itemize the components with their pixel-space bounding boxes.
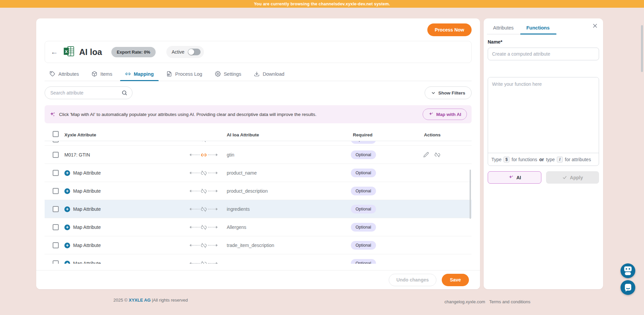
row-checkbox[interactable]: [53, 242, 59, 248]
xyxle-attribute-label: Map Attribute: [73, 243, 101, 248]
map-attribute-plus-icon: +: [64, 243, 70, 248]
tab-process-log[interactable]: Process Log: [161, 67, 207, 81]
mapping-connector: [190, 188, 218, 194]
row-checkbox[interactable]: [53, 260, 59, 264]
table-row[interactable]: + Map Attribute Allergens Optiona: [45, 218, 472, 236]
table-row[interactable]: + Map Attribute ingredients Optio: [45, 200, 472, 218]
select-all-checkbox[interactable]: [53, 131, 59, 137]
target-attribute-label: trade_item_description: [227, 243, 349, 248]
channel-title-bar: ← x AI loa Export Rate: 0% Active: [45, 41, 472, 63]
row-checkbox[interactable]: [53, 141, 59, 142]
xyxle-attribute-label: M017: GTIN: [64, 152, 90, 158]
mapping-connector: [190, 141, 218, 143]
column-header-xyxle-attribute: Xyxle Attribute: [64, 132, 190, 137]
panel-tab-functions[interactable]: Functions: [520, 22, 556, 34]
system-environment-banner: You are currently browsing the channelsd…: [0, 0, 644, 8]
required-badge: Optional: [351, 223, 376, 232]
table-row[interactable]: + M017: GTIN gtin Optional: [45, 146, 472, 164]
window-scrollbar-thumb[interactable]: [641, 25, 643, 72]
active-toggle[interactable]: [188, 49, 201, 55]
linked-chain-icon: [201, 152, 207, 158]
active-label: Active: [172, 49, 184, 55]
box-icon: [92, 71, 97, 77]
table-footer-bar: Undo changes Save: [36, 270, 480, 289]
download-icon: [254, 71, 260, 77]
close-icon[interactable]: [592, 23, 598, 30]
channel-tabs: Attributes Items Mapping Process Log Set…: [45, 67, 472, 81]
name-field-label: Name*: [488, 39, 599, 45]
slash-key-icon: /: [557, 156, 563, 163]
brand-link[interactable]: XYXLE AG: [129, 298, 151, 303]
table-row[interactable]: + Map Attribute trade_item_description: [45, 236, 472, 254]
table-scrollbar-thumb[interactable]: [470, 170, 471, 219]
required-badge: Optional: [351, 241, 376, 250]
row-checkbox[interactable]: [53, 188, 59, 194]
connector-right-arrow-icon: [216, 172, 218, 174]
search-icon[interactable]: [121, 90, 127, 96]
edit-pencil-icon[interactable]: [423, 152, 429, 158]
required-badge: Optional: [351, 141, 376, 144]
sparkle-icon: [428, 112, 434, 117]
broken-link-icon: [201, 242, 207, 249]
connector-right-arrow-icon: [216, 262, 218, 264]
tab-items[interactable]: Items: [87, 67, 117, 81]
map-with-ai-button[interactable]: Map with AI: [423, 109, 467, 120]
table-row[interactable]: + Map Attribute product_name Opti: [45, 164, 472, 182]
function-editor-box: Type $ for functions or type / for attri…: [488, 77, 599, 166]
xyxle-attribute-label: Map Attribute: [73, 225, 101, 230]
chat-bubble-icon: [621, 280, 635, 295]
dollar-key-icon: $: [503, 156, 509, 163]
broken-link-icon: [201, 206, 207, 212]
tab-mapping[interactable]: Mapping: [120, 67, 159, 81]
chat-support-button[interactable]: [621, 280, 635, 295]
column-header-ailoa-attribute: AI loa Attribute: [227, 132, 349, 137]
sparkle-icon: [49, 111, 56, 118]
apply-button[interactable]: Apply: [546, 171, 599, 184]
show-filters-button[interactable]: Show Filters: [425, 86, 472, 99]
tab-download[interactable]: Download: [249, 67, 289, 81]
map-attribute-plus-icon: +: [64, 170, 70, 176]
row-checkbox[interactable]: [53, 206, 59, 212]
mapping-main-card: Process Now ← x AI loa Export Rate: 0% A…: [36, 18, 480, 289]
unlink-icon[interactable]: [434, 152, 440, 158]
function-editor-input[interactable]: [488, 77, 599, 153]
tab-settings[interactable]: Settings: [210, 67, 246, 81]
table-row[interactable]: + Optional: [45, 141, 472, 146]
required-badge: Optional: [351, 150, 376, 159]
xyxle-attribute-label: Map Attribute: [73, 261, 101, 264]
copyright-footer: 2025 © XYXLE AG |All rights reserved: [113, 298, 188, 303]
save-button[interactable]: Save: [442, 274, 469, 286]
row-checkbox[interactable]: [53, 152, 59, 158]
target-attribute-label: product_name: [227, 170, 349, 176]
mapping-table-header: Xyxle Attribute AI loa Attribute Require…: [45, 129, 472, 141]
excel-icon: x: [63, 46, 74, 58]
active-toggle-group: Active: [166, 46, 204, 58]
panel-tab-attributes[interactable]: Attributes: [487, 22, 520, 34]
required-badge: Optional: [351, 259, 376, 264]
required-badge: Optional: [351, 187, 376, 195]
ai-button[interactable]: AI: [488, 171, 541, 184]
search-attribute-input[interactable]: [50, 90, 121, 96]
undo-changes-button[interactable]: Undo changes: [389, 274, 436, 286]
ai-banner-message: Click 'Map with AI' to automatically pop…: [59, 112, 317, 117]
target-attribute-label: product_description: [227, 188, 349, 194]
target-attribute-label: Allergens: [227, 225, 349, 230]
row-checkbox[interactable]: [53, 224, 59, 230]
row-checkbox[interactable]: [53, 170, 59, 176]
ai-assistant-robot-button[interactable]: [621, 263, 635, 278]
mapping-connector: [190, 260, 218, 264]
tab-attributes[interactable]: Attributes: [45, 67, 84, 81]
map-attribute-plus-icon: +: [64, 261, 70, 264]
table-row[interactable]: + Map Attribute product_description: [45, 182, 472, 200]
computed-attribute-name-input[interactable]: [488, 48, 599, 60]
broken-link-icon: [201, 188, 207, 194]
connector-right-arrow-icon: [216, 226, 218, 229]
broken-link-icon: [201, 224, 207, 231]
process-now-button[interactable]: Process Now: [427, 23, 472, 36]
changelog-link[interactable]: changelog.xyxle.com: [444, 299, 485, 304]
mapping-connector: [190, 170, 218, 176]
table-row[interactable]: + Map Attribute Optional: [45, 254, 472, 264]
map-attribute-plus-icon: +: [64, 188, 70, 194]
back-arrow-icon[interactable]: ←: [50, 48, 58, 56]
terms-link[interactable]: Terms and conditions: [489, 299, 530, 304]
